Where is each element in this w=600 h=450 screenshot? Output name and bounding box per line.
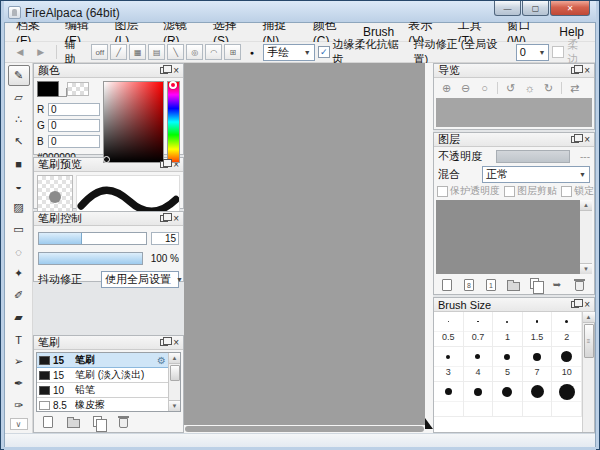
concentric-circles-icon[interactable]: ◎ [186, 44, 203, 60]
brush-size-cell[interactable]: 5 [493, 347, 523, 382]
float-panel-icon[interactable] [571, 301, 579, 308]
curve-pen-tool[interactable]: ✒ [8, 373, 30, 394]
brush-list-item[interactable]: 10铅笔 [37, 383, 168, 398]
brush-size-cell[interactable] [552, 382, 582, 417]
stroke-mode-select[interactable]: 手绘 ▼ [263, 44, 314, 61]
brush-size-cell[interactable] [523, 382, 553, 417]
brush-control-header[interactable]: 笔刷控制 × [34, 212, 183, 226]
brush-size-cell[interactable] [464, 382, 494, 417]
flip-horizontal-icon[interactable]: ⇄ [566, 80, 583, 96]
layers-list[interactable] [436, 200, 580, 274]
brush-size-header[interactable]: Brush Size × [434, 298, 594, 312]
perspective-icon[interactable]: ⊞ [224, 44, 241, 60]
delete-layer-icon[interactable] [571, 277, 587, 293]
diagonal-lines-icon[interactable]: ╲ [167, 44, 184, 60]
finger-tool[interactable]: ∴ [8, 109, 30, 130]
grid-icon[interactable]: ▦ [129, 44, 146, 60]
close-panel-icon[interactable]: × [173, 214, 179, 224]
brush-size-cell[interactable] [434, 382, 464, 417]
select-rect-tool[interactable]: ▭ [8, 219, 30, 240]
锁定-checkbox[interactable] [561, 186, 572, 197]
zoom-in-icon[interactable]: ⊕ [438, 80, 455, 96]
brush-size-cell[interactable]: 1.5 [523, 312, 553, 347]
float-panel-icon[interactable] [160, 161, 168, 168]
magic-wand-tool[interactable]: ✦ [8, 263, 30, 284]
float-panel-icon[interactable] [160, 67, 168, 74]
antialias-checkbox[interactable]: ✓ [318, 46, 330, 58]
curve-icon[interactable]: ◠ [205, 44, 222, 60]
brush-list-scrollbar[interactable]: ▲ ▼ [168, 353, 180, 411]
layer-option[interactable]: 图层剪贴 [504, 184, 557, 198]
transfer-layer-icon[interactable]: ➥ [549, 277, 565, 293]
fill-rect-tool[interactable]: ■ [8, 153, 30, 174]
bucket-tool[interactable]: ◒ [8, 175, 30, 196]
pen-tool[interactable]: ✎ [8, 65, 30, 86]
new-layer-icon[interactable] [439, 277, 455, 293]
eyedropper-tool[interactable]: ✑ [8, 395, 30, 416]
close-panel-icon[interactable]: × [584, 66, 590, 76]
scroll-up-icon[interactable]: ▲ [580, 200, 592, 211]
redo-icon[interactable]: ▶ [32, 44, 50, 60]
green-input[interactable]: 0 [48, 119, 100, 132]
eraser-tool[interactable]: ▱ [8, 87, 30, 108]
new-folder-icon[interactable] [505, 277, 521, 293]
saturation-value-picker[interactable] [103, 81, 164, 163]
add-brush-icon[interactable] [40, 414, 56, 430]
foreground-color-swatch[interactable] [37, 81, 59, 97]
brush-size-cell[interactable]: 0.5 [434, 312, 464, 347]
delete-brush-icon[interactable] [115, 414, 131, 430]
maximize-button[interactable]: ▢ [522, 1, 549, 16]
brush-size-cell[interactable]: 2 [552, 312, 582, 347]
brush-list-header[interactable]: 笔刷 × [34, 336, 183, 350]
scroll-thumb[interactable]: ≡ [584, 324, 594, 358]
sv-cursor[interactable] [103, 156, 110, 163]
resize-grip[interactable] [425, 418, 433, 429]
brush-size-cell[interactable]: 1 [493, 312, 523, 347]
scroll-thumb[interactable] [170, 365, 180, 381]
brush-list-item[interactable]: 15笔刷⚙ [37, 353, 168, 368]
transparent-color-swatch[interactable] [67, 82, 89, 96]
new-1bit-layer-icon[interactable]: 1 [483, 277, 499, 293]
scroll-down-icon[interactable]: ▼ [169, 400, 181, 411]
more-tools-chevron-icon[interactable]: ∨ [10, 418, 28, 430]
brush-size-cell[interactable]: 7 [523, 347, 553, 382]
blue-input[interactable]: 0 [48, 135, 100, 148]
brush-size-value[interactable]: 15 [151, 232, 179, 245]
close-panel-icon[interactable]: × [173, 338, 179, 348]
navigator-header[interactable]: 导览 × [434, 64, 594, 78]
duplicate-layer-icon[interactable] [527, 277, 543, 293]
brush-size-slider[interactable] [38, 232, 147, 245]
layers-scrollbar[interactable]: ▲ ▼ [580, 200, 592, 274]
brush-size-cell[interactable]: 0.7 [464, 312, 494, 347]
correction-select[interactable]: 0 ▼ [516, 44, 550, 61]
duplicate-brush-icon[interactable] [90, 414, 106, 430]
text-tool[interactable]: T [8, 329, 30, 350]
undo-icon[interactable]: ◀ [11, 44, 29, 60]
layer-option[interactable]: 保护透明度 [437, 184, 500, 198]
layers-header[interactable]: 图层 × [434, 133, 594, 147]
rotate-cw-icon[interactable]: ↻ [540, 80, 557, 96]
brush-size-cell[interactable]: 4 [464, 347, 494, 382]
brush-list-item[interactable]: 15笔刷 (淡入淡出) [37, 368, 168, 383]
brush-size-cell[interactable]: 3 [434, 347, 464, 382]
brush-size-cell[interactable] [493, 382, 523, 417]
parallel-lines-icon[interactable]: ╱ [110, 44, 127, 60]
zoom-out-icon[interactable]: ⊖ [457, 80, 474, 96]
add-brush-folder-icon[interactable] [65, 414, 81, 430]
zoom-reset-icon[interactable]: ○ [476, 80, 493, 96]
brush-size-scrollbar[interactable]: ▲ ≡ [582, 312, 594, 432]
close-panel-icon[interactable]: × [584, 300, 590, 310]
color-panel-header[interactable]: 颜色 × [34, 64, 183, 78]
canvas-hscroll-thumb[interactable] [185, 426, 424, 432]
titlebar[interactable]: FireAlpaca (64bit) —▢✕ [4, 1, 596, 22]
float-panel-icon[interactable] [571, 67, 579, 74]
hue-cursor[interactable] [169, 81, 177, 89]
close-button[interactable]: ✕ [550, 1, 590, 16]
rotate-ccw-icon[interactable]: ↺ [502, 80, 519, 96]
brush-size-cell[interactable]: 10 [552, 347, 582, 382]
select-lasso-tool[interactable]: ◌ [8, 241, 30, 262]
scroll-up-icon[interactable]: ▲ [169, 353, 181, 364]
hue-slider[interactable] [167, 81, 180, 163]
select-pen-tool[interactable]: ✐ [8, 285, 30, 306]
float-panel-icon[interactable] [160, 215, 168, 222]
